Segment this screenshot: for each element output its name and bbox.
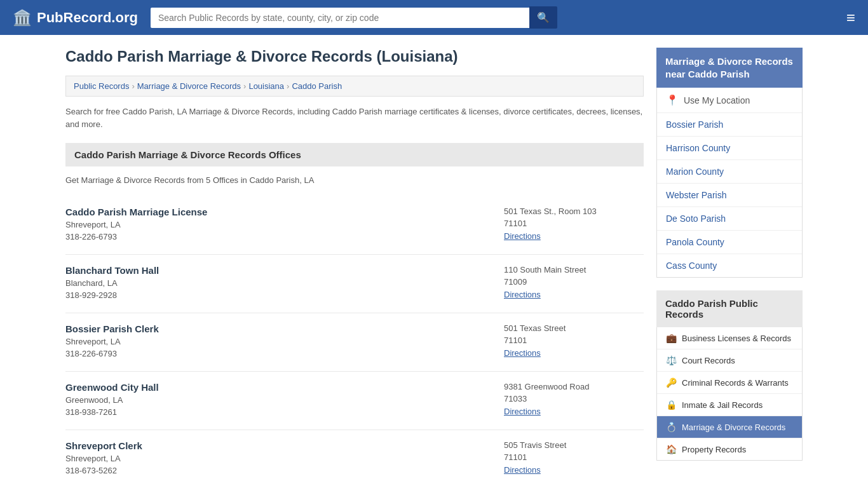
office-card: Greenwood City Hall Greenwood, LA 318-93… — [65, 372, 644, 430]
office-name-0: Caddo Parish Marriage License — [65, 207, 504, 217]
page-description: Search for free Caddo Parish, LA Marriag… — [65, 105, 644, 130]
office-address-3: 9381 Greenwood Road 71033 Directions — [504, 382, 644, 416]
office-street-3: 9381 Greenwood Road — [504, 382, 644, 391]
public-records-item-0[interactable]: 💼Business Licenses & Records — [657, 327, 802, 349]
office-address-0: 501 Texas St., Room 103 71101 Directions — [504, 207, 644, 241]
office-zip-0: 71101 — [504, 219, 644, 228]
office-phone-1: 318-929-2928 — [65, 290, 504, 300]
menu-icon[interactable]: ≡ — [846, 9, 855, 27]
office-city-2: Shreveport, LA — [65, 337, 504, 346]
directions-link-0[interactable]: Directions — [504, 231, 541, 241]
nearby-item-1[interactable]: Harrison County — [657, 137, 802, 160]
office-card: Bossier Parish Clerk Shreveport, LA 318-… — [65, 313, 644, 372]
office-name-4: Shreveport Clerk — [65, 440, 504, 451]
breadcrumb-marriage-divorce[interactable]: Marriage & Divorce Records — [137, 81, 241, 91]
public-records-items-container: 💼Business Licenses & Records⚖️Court Reco… — [657, 327, 802, 460]
public-records-item-4[interactable]: 💍Marriage & Divorce Records — [657, 416, 802, 438]
nearby-header: Marriage & Divorce Records near Caddo Pa… — [656, 48, 803, 88]
office-address-4: 505 Travis Street 71101 Directions — [504, 440, 644, 475]
sidebar: Marriage & Divorce Records near Caddo Pa… — [656, 48, 803, 488]
office-phone-3: 318-938-7261 — [65, 407, 504, 417]
nearby-item-2[interactable]: Marion County — [657, 160, 802, 184]
nearby-item-4[interactable]: De Soto Parish — [657, 207, 802, 231]
office-phone-2: 318-226-6793 — [65, 349, 504, 358]
office-card: Shreveport Clerk Shreveport, LA 318-673-… — [65, 430, 644, 488]
sidebar-icon-0: 💼 — [666, 333, 677, 343]
office-address-2: 501 Texas Street 71101 Directions — [504, 323, 644, 358]
public-records-label-2: Criminal Records & Warrants — [682, 378, 789, 388]
office-zip-3: 71033 — [504, 394, 644, 403]
breadcrumb-public-records[interactable]: Public Records — [74, 81, 129, 91]
main-container: Caddo Parish Marriage & Divorce Records … — [53, 35, 815, 488]
search-button[interactable]: 🔍 — [529, 6, 557, 29]
office-address-1: 110 South Main Street 71009 Directions — [504, 265, 644, 299]
office-street-0: 501 Texas St., Room 103 — [504, 207, 644, 216]
page-title: Caddo Parish Marriage & Divorce Records … — [65, 48, 644, 65]
sidebar-icon-5: 🏠 — [666, 444, 677, 454]
content-area: Caddo Parish Marriage & Divorce Records … — [65, 48, 644, 488]
public-records-label-3: Inmate & Jail Records — [682, 400, 763, 410]
offices-section-header: Caddo Parish Marriage & Divorce Records … — [65, 143, 644, 166]
office-street-1: 110 South Main Street — [504, 265, 644, 274]
office-info-4: Shreveport Clerk Shreveport, LA 318-673-… — [65, 440, 504, 478]
site-header: 🏛️ PubRecord.org 🔍 ≡ — [0, 0, 868, 35]
use-location-item[interactable]: 📍 Use My Location — [657, 88, 802, 113]
directions-link-3[interactable]: Directions — [504, 407, 541, 416]
office-info-0: Caddo Parish Marriage License Shreveport… — [65, 207, 504, 244]
office-zip-2: 71101 — [504, 336, 644, 345]
office-card: Blanchard Town Hall Blanchard, LA 318-92… — [65, 255, 644, 313]
office-city-0: Shreveport, LA — [65, 220, 504, 229]
nearby-item-6[interactable]: Cass County — [657, 254, 802, 277]
office-name-1: Blanchard Town Hall — [65, 265, 504, 276]
nearby-items-container: Bossier ParishHarrison CountyMarion Coun… — [657, 113, 802, 277]
logo-text: PubRecord.org — [37, 10, 138, 26]
public-records-label-1: Court Records — [682, 356, 735, 365]
sidebar-icon-2: 🔑 — [666, 377, 677, 388]
public-records-list: 💼Business Licenses & Records⚖️Court Reco… — [656, 327, 803, 461]
location-icon: 📍 — [666, 94, 679, 106]
site-logo[interactable]: 🏛️ PubRecord.org — [13, 9, 138, 27]
office-zip-1: 71009 — [504, 277, 644, 287]
public-records-item-5[interactable]: 🏠Property Records — [657, 438, 802, 460]
nearby-item-3[interactable]: Webster Parish — [657, 184, 802, 207]
search-input[interactable] — [151, 8, 529, 28]
office-info-3: Greenwood City Hall Greenwood, LA 318-93… — [65, 382, 504, 419]
office-city-1: Blanchard, LA — [65, 278, 504, 288]
search-bar: 🔍 — [151, 6, 557, 29]
sidebar-icon-4: 💍 — [666, 422, 677, 432]
office-city-4: Shreveport, LA — [65, 454, 504, 463]
sidebar-icon-3: 🔒 — [666, 400, 677, 410]
office-street-4: 505 Travis Street — [504, 440, 644, 450]
breadcrumb-caddo-parish[interactable]: Caddo Parish — [292, 81, 342, 91]
public-records-item-3[interactable]: 🔒Inmate & Jail Records — [657, 394, 802, 416]
nearby-item-5[interactable]: Panola County — [657, 231, 802, 254]
office-info-2: Bossier Parish Clerk Shreveport, LA 318-… — [65, 323, 504, 361]
office-zip-4: 71101 — [504, 452, 644, 462]
use-location-label: Use My Location — [684, 95, 750, 105]
directions-link-1[interactable]: Directions — [504, 290, 541, 299]
office-city-3: Greenwood, LA — [65, 395, 504, 405]
nearby-list: 📍 Use My Location Bossier ParishHarrison… — [656, 88, 803, 278]
offices-list: Caddo Parish Marriage License Shreveport… — [65, 196, 644, 488]
public-records-header: Caddo Parish Public Records — [656, 290, 803, 327]
public-records-item-1[interactable]: ⚖️Court Records — [657, 349, 802, 372]
office-info-1: Blanchard Town Hall Blanchard, LA 318-92… — [65, 265, 504, 302]
sidebar-icon-1: ⚖️ — [666, 355, 677, 365]
breadcrumb: Public Records › Marriage & Divorce Reco… — [65, 76, 644, 97]
office-phone-0: 318-226-6793 — [65, 232, 504, 241]
offices-count: Get Marriage & Divorce Records from 5 Of… — [65, 175, 644, 185]
office-card: Caddo Parish Marriage License Shreveport… — [65, 196, 644, 255]
office-name-2: Bossier Parish Clerk — [65, 323, 504, 334]
breadcrumb-louisiana[interactable]: Louisiana — [248, 81, 284, 91]
public-records-label-0: Business Licenses & Records — [682, 334, 791, 343]
public-records-item-2[interactable]: 🔑Criminal Records & Warrants — [657, 372, 802, 394]
directions-link-2[interactable]: Directions — [504, 348, 541, 358]
office-phone-4: 318-673-5262 — [65, 466, 504, 475]
office-name-3: Greenwood City Hall — [65, 382, 504, 393]
logo-icon: 🏛️ — [13, 9, 32, 27]
directions-link-4[interactable]: Directions — [504, 465, 541, 475]
nearby-item-0[interactable]: Bossier Parish — [657, 113, 802, 137]
public-records-label-5: Property Records — [682, 445, 746, 454]
office-street-2: 501 Texas Street — [504, 323, 644, 333]
public-records-label-4: Marriage & Divorce Records — [682, 423, 785, 432]
